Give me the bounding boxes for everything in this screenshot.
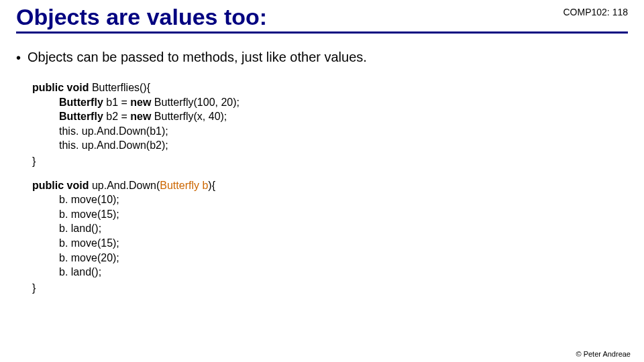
course-code: COMP102: 118 [564,7,629,17]
slide-title: Objects are values too: [16,4,628,32]
code-line: b. land(); [32,265,628,280]
code-block-1: public void Butterflies(){ Butterfly b1 … [32,80,628,169]
code-text: up.And.Down( [89,180,160,191]
code-text: b2 = [103,111,130,122]
bullet-text: Objects can be passed to methods, just l… [28,50,367,65]
code-line: b. move(15); [32,236,628,251]
code-keyword: Butterfly [59,111,103,122]
code-keyword: new [130,97,151,108]
code-text: ){ [208,180,215,191]
code-line: b. move(20); [32,251,628,265]
code-brace: } [32,154,628,169]
code-line: b. land(); [32,221,628,236]
bullet-dot-icon: • [16,50,21,66]
code-text: b1 = [103,97,130,108]
code-keyword: public void [32,180,89,191]
code-text: Butterfly(x, 40); [151,111,227,122]
bullet-item: • Objects can be passed to methods, just… [16,50,628,66]
code-keyword: Butterfly [59,97,103,108]
code-line: this. up.And.Down(b1); [32,124,628,139]
code-line: b. move(10); [32,192,628,207]
code-keyword: new [130,111,151,122]
code-brace: } [32,281,628,296]
copyright-footer: © Peter Andreae [576,350,631,358]
code-block-2: public void up.And.Down(Butterfly b){ b.… [32,178,628,296]
code-text: Butterfly(100, 20); [151,97,239,108]
code-line: this. up.And.Down(b2); [32,138,628,153]
code-line: b. move(15); [32,207,628,222]
code-keyword: public void [32,82,89,93]
code-param: Butterfly b [160,180,208,191]
code-text: Butterflies(){ [89,82,150,93]
